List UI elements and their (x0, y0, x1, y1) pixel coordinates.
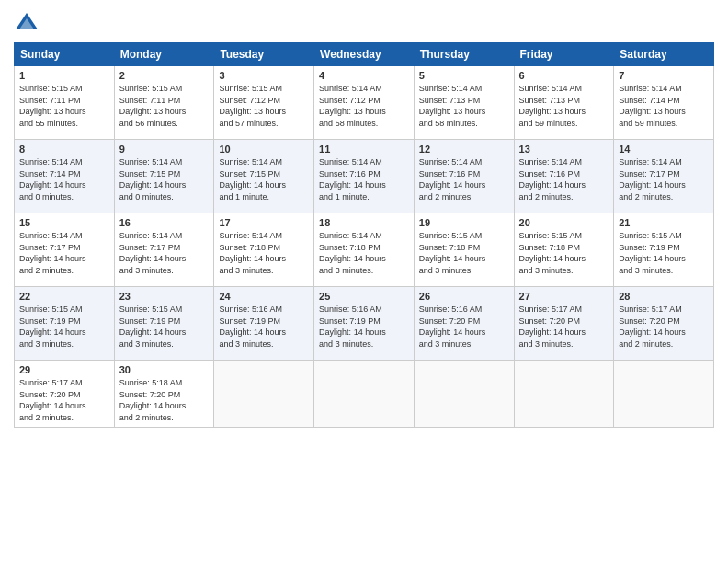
day-info: Sunrise: 5:15 AM Sunset: 7:19 PM Dayligh… (19, 304, 109, 350)
calendar-cell: 2Sunrise: 5:15 AM Sunset: 7:11 PM Daylig… (114, 66, 214, 140)
day-number: 1 (19, 70, 109, 81)
calendar-header-thursday: Thursday (414, 43, 514, 66)
day-info: Sunrise: 5:17 AM Sunset: 7:20 PM Dayligh… (619, 304, 709, 350)
day-number: 8 (19, 144, 109, 155)
calendar-cell: 15Sunrise: 5:14 AM Sunset: 7:17 PM Dayli… (15, 213, 115, 287)
calendar-cell: 10Sunrise: 5:14 AM Sunset: 7:15 PM Dayli… (214, 140, 314, 213)
calendar-cell: 26Sunrise: 5:16 AM Sunset: 7:20 PM Dayli… (414, 287, 514, 361)
calendar-cell: 1Sunrise: 5:15 AM Sunset: 7:11 PM Daylig… (15, 66, 115, 140)
day-number: 30 (119, 364, 210, 375)
day-info: Sunrise: 5:14 AM Sunset: 7:16 PM Dayligh… (519, 156, 609, 202)
day-info: Sunrise: 5:14 AM Sunset: 7:14 PM Dayligh… (619, 83, 709, 129)
calendar-cell: 16Sunrise: 5:14 AM Sunset: 7:17 PM Dayli… (114, 213, 214, 287)
calendar-cell: 8Sunrise: 5:14 AM Sunset: 7:14 PM Daylig… (15, 140, 115, 213)
day-number: 9 (119, 144, 210, 155)
day-info: Sunrise: 5:15 AM Sunset: 7:11 PM Dayligh… (19, 83, 109, 129)
calendar-cell: 22Sunrise: 5:15 AM Sunset: 7:19 PM Dayli… (15, 287, 115, 361)
day-info: Sunrise: 5:14 AM Sunset: 7:16 PM Dayligh… (319, 156, 409, 202)
day-number: 18 (319, 217, 409, 228)
header (14, 9, 714, 35)
calendar-cell: 23Sunrise: 5:15 AM Sunset: 7:19 PM Dayli… (114, 287, 214, 361)
day-info: Sunrise: 5:14 AM Sunset: 7:17 PM Dayligh… (619, 156, 709, 202)
calendar-cell: 6Sunrise: 5:14 AM Sunset: 7:13 PM Daylig… (514, 66, 614, 140)
day-number: 14 (619, 144, 709, 155)
calendar-cell: 27Sunrise: 5:17 AM Sunset: 7:20 PM Dayli… (514, 287, 614, 361)
day-info: Sunrise: 5:18 AM Sunset: 7:20 PM Dayligh… (119, 377, 210, 423)
calendar-cell: 24Sunrise: 5:16 AM Sunset: 7:19 PM Dayli… (214, 287, 314, 361)
day-number: 5 (419, 70, 509, 81)
day-info: Sunrise: 5:14 AM Sunset: 7:14 PM Dayligh… (19, 156, 109, 202)
day-number: 29 (19, 364, 109, 375)
calendar-week-row: 15Sunrise: 5:14 AM Sunset: 7:17 PM Dayli… (15, 213, 714, 287)
calendar-header-tuesday: Tuesday (214, 43, 314, 66)
day-number: 7 (619, 70, 709, 81)
day-number: 28 (619, 291, 709, 302)
day-number: 17 (219, 217, 309, 228)
calendar-cell: 12Sunrise: 5:14 AM Sunset: 7:16 PM Dayli… (414, 140, 514, 213)
calendar-cell: 19Sunrise: 5:15 AM Sunset: 7:18 PM Dayli… (414, 213, 514, 287)
day-info: Sunrise: 5:16 AM Sunset: 7:19 PM Dayligh… (219, 304, 309, 350)
calendar-cell (614, 361, 714, 428)
calendar-cell (414, 361, 514, 428)
calendar-week-row: 1Sunrise: 5:15 AM Sunset: 7:11 PM Daylig… (15, 66, 714, 140)
calendar-cell: 3Sunrise: 5:15 AM Sunset: 7:12 PM Daylig… (214, 66, 314, 140)
day-number: 12 (419, 144, 509, 155)
day-number: 27 (519, 291, 609, 302)
day-number: 21 (619, 217, 709, 228)
calendar-cell: 17Sunrise: 5:14 AM Sunset: 7:18 PM Dayli… (214, 213, 314, 287)
day-number: 23 (119, 291, 210, 302)
day-info: Sunrise: 5:15 AM Sunset: 7:19 PM Dayligh… (619, 230, 709, 276)
day-info: Sunrise: 5:14 AM Sunset: 7:15 PM Dayligh… (219, 156, 309, 202)
day-number: 6 (519, 70, 609, 81)
day-info: Sunrise: 5:15 AM Sunset: 7:18 PM Dayligh… (419, 230, 509, 276)
calendar-cell (514, 361, 614, 428)
logo (14, 9, 43, 35)
calendar-cell: 29Sunrise: 5:17 AM Sunset: 7:20 PM Dayli… (15, 361, 115, 428)
day-number: 25 (319, 291, 409, 302)
calendar-cell: 7Sunrise: 5:14 AM Sunset: 7:14 PM Daylig… (614, 66, 714, 140)
day-info: Sunrise: 5:15 AM Sunset: 7:18 PM Dayligh… (519, 230, 609, 276)
calendar-cell: 4Sunrise: 5:14 AM Sunset: 7:12 PM Daylig… (314, 66, 415, 140)
day-info: Sunrise: 5:17 AM Sunset: 7:20 PM Dayligh… (19, 377, 109, 423)
day-info: Sunrise: 5:14 AM Sunset: 7:13 PM Dayligh… (419, 83, 509, 129)
day-info: Sunrise: 5:15 AM Sunset: 7:19 PM Dayligh… (119, 304, 210, 350)
calendar-header-sunday: Sunday (15, 43, 115, 66)
day-number: 20 (519, 217, 609, 228)
calendar-cell (214, 361, 314, 428)
calendar-header-wednesday: Wednesday (314, 43, 415, 66)
day-info: Sunrise: 5:14 AM Sunset: 7:15 PM Dayligh… (119, 156, 210, 202)
day-info: Sunrise: 5:15 AM Sunset: 7:11 PM Dayligh… (119, 83, 210, 129)
day-number: 3 (219, 70, 309, 81)
calendar-cell: 25Sunrise: 5:16 AM Sunset: 7:19 PM Dayli… (314, 287, 415, 361)
day-number: 19 (419, 217, 509, 228)
day-number: 10 (219, 144, 309, 155)
day-number: 2 (119, 70, 210, 81)
calendar-week-row: 29Sunrise: 5:17 AM Sunset: 7:20 PM Dayli… (15, 361, 714, 428)
calendar-cell: 5Sunrise: 5:14 AM Sunset: 7:13 PM Daylig… (414, 66, 514, 140)
day-number: 26 (419, 291, 509, 302)
day-number: 4 (319, 70, 409, 81)
day-number: 11 (319, 144, 409, 155)
day-info: Sunrise: 5:14 AM Sunset: 7:12 PM Dayligh… (319, 83, 409, 129)
day-number: 24 (219, 291, 309, 302)
calendar-header-monday: Monday (114, 43, 214, 66)
page: SundayMondayTuesdayWednesdayThursdayFrid… (0, 0, 728, 563)
day-info: Sunrise: 5:14 AM Sunset: 7:18 PM Dayligh… (219, 230, 309, 276)
day-number: 15 (19, 217, 109, 228)
calendar-table: SundayMondayTuesdayWednesdayThursdayFrid… (14, 42, 714, 428)
logo-icon (14, 9, 40, 35)
day-info: Sunrise: 5:14 AM Sunset: 7:18 PM Dayligh… (319, 230, 409, 276)
calendar-cell: 13Sunrise: 5:14 AM Sunset: 7:16 PM Dayli… (514, 140, 614, 213)
calendar-cell: 18Sunrise: 5:14 AM Sunset: 7:18 PM Dayli… (314, 213, 415, 287)
day-number: 13 (519, 144, 609, 155)
day-info: Sunrise: 5:16 AM Sunset: 7:20 PM Dayligh… (419, 304, 509, 350)
day-info: Sunrise: 5:14 AM Sunset: 7:16 PM Dayligh… (419, 156, 509, 202)
calendar-cell: 28Sunrise: 5:17 AM Sunset: 7:20 PM Dayli… (614, 287, 714, 361)
calendar-cell: 20Sunrise: 5:15 AM Sunset: 7:18 PM Dayli… (514, 213, 614, 287)
day-number: 16 (119, 217, 210, 228)
calendar-cell: 30Sunrise: 5:18 AM Sunset: 7:20 PM Dayli… (114, 361, 214, 428)
calendar-header-friday: Friday (514, 43, 614, 66)
calendar-cell: 11Sunrise: 5:14 AM Sunset: 7:16 PM Dayli… (314, 140, 415, 213)
calendar-header-row: SundayMondayTuesdayWednesdayThursdayFrid… (15, 43, 714, 66)
day-info: Sunrise: 5:16 AM Sunset: 7:19 PM Dayligh… (319, 304, 409, 350)
